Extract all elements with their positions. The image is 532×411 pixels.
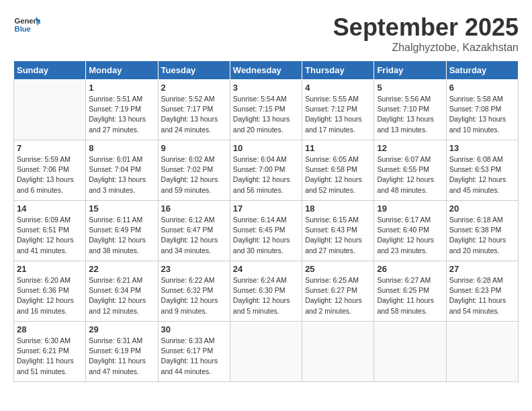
day-info: Sunrise: 6:30 AMSunset: 6:21 PMDaylight:…: [17, 336, 83, 377]
calendar-cell: 18Sunrise: 6:15 AMSunset: 6:43 PMDayligh…: [302, 201, 374, 261]
day-number: 15: [89, 203, 154, 214]
day-number: 16: [161, 203, 227, 214]
day-info: Sunrise: 5:56 AMSunset: 7:10 PMDaylight:…: [377, 94, 443, 135]
weekday-header-monday: Monday: [86, 61, 158, 80]
calendar-cell: [230, 322, 302, 382]
day-number: 14: [17, 203, 83, 214]
calendar-cell: 25Sunrise: 6:25 AMSunset: 6:27 PMDayligh…: [302, 261, 374, 322]
day-number: 17: [233, 203, 299, 214]
day-number: 23: [161, 264, 227, 274]
calendar-cell: 8Sunrise: 6:01 AMSunset: 7:04 PMDaylight…: [86, 140, 158, 201]
logo-icon: General Blue: [13, 13, 40, 37]
calendar-cell: 11Sunrise: 6:05 AMSunset: 6:58 PMDayligh…: [302, 140, 374, 201]
weekday-header-saturday: Saturday: [446, 61, 518, 80]
calendar-cell: 27Sunrise: 6:28 AMSunset: 6:23 PMDayligh…: [446, 261, 518, 322]
day-info: Sunrise: 6:02 AMSunset: 7:02 PMDaylight:…: [161, 154, 227, 195]
day-info: Sunrise: 6:17 AMSunset: 6:40 PMDaylight:…: [377, 215, 443, 256]
day-info: Sunrise: 6:07 AMSunset: 6:55 PMDaylight:…: [377, 154, 443, 195]
calendar-cell: 4Sunrise: 5:55 AMSunset: 7:12 PMDaylight…: [302, 80, 374, 140]
week-row-5: 28Sunrise: 6:30 AMSunset: 6:21 PMDayligh…: [14, 322, 519, 382]
calendar-cell: 23Sunrise: 6:22 AMSunset: 6:32 PMDayligh…: [158, 261, 230, 322]
day-info: Sunrise: 6:04 AMSunset: 7:00 PMDaylight:…: [233, 154, 299, 195]
location-title: Zhalghyztobe, Kazakhstan: [333, 42, 519, 54]
month-title: September 2025: [333, 13, 519, 42]
calendar-cell: 24Sunrise: 6:24 AMSunset: 6:30 PMDayligh…: [230, 261, 302, 322]
svg-text:Blue: Blue: [15, 25, 31, 33]
calendar-cell: 15Sunrise: 6:11 AMSunset: 6:49 PMDayligh…: [86, 201, 158, 261]
day-info: Sunrise: 5:58 AMSunset: 7:08 PMDaylight:…: [449, 94, 515, 135]
day-info: Sunrise: 5:55 AMSunset: 7:12 PMDaylight:…: [305, 94, 371, 135]
title-block: September 2025 Zhalghyztobe, Kazakhstan: [333, 13, 519, 54]
day-info: Sunrise: 6:18 AMSunset: 6:38 PMDaylight:…: [449, 215, 515, 256]
day-info: Sunrise: 5:54 AMSunset: 7:15 PMDaylight:…: [233, 94, 299, 135]
calendar-cell: 14Sunrise: 6:09 AMSunset: 6:51 PMDayligh…: [14, 201, 86, 261]
calendar-cell: 2Sunrise: 5:52 AMSunset: 7:17 PMDaylight…: [158, 80, 230, 140]
calendar-cell: 12Sunrise: 6:07 AMSunset: 6:55 PMDayligh…: [374, 140, 446, 201]
day-info: Sunrise: 6:14 AMSunset: 6:45 PMDaylight:…: [233, 215, 299, 256]
day-number: 9: [161, 143, 227, 153]
day-number: 10: [233, 143, 299, 153]
day-number: 5: [377, 83, 443, 93]
day-number: 22: [89, 264, 154, 274]
calendar-cell: 13Sunrise: 6:08 AMSunset: 6:53 PMDayligh…: [446, 140, 518, 201]
calendar-cell: 21Sunrise: 6:20 AMSunset: 6:36 PMDayligh…: [14, 261, 86, 322]
day-number: 30: [161, 324, 227, 334]
day-number: 8: [89, 143, 154, 153]
day-info: Sunrise: 5:51 AMSunset: 7:19 PMDaylight:…: [89, 94, 154, 135]
day-number: 7: [17, 143, 83, 153]
day-number: 20: [449, 203, 515, 214]
day-info: Sunrise: 6:08 AMSunset: 6:53 PMDaylight:…: [449, 154, 515, 195]
weekday-header-thursday: Thursday: [302, 61, 374, 80]
day-info: Sunrise: 6:15 AMSunset: 6:43 PMDaylight:…: [305, 215, 371, 256]
calendar-cell: [14, 80, 86, 140]
calendar-cell: 22Sunrise: 6:21 AMSunset: 6:34 PMDayligh…: [86, 261, 158, 322]
calendar-cell: 1Sunrise: 5:51 AMSunset: 7:19 PMDaylight…: [86, 80, 158, 140]
day-info: Sunrise: 6:09 AMSunset: 6:51 PMDaylight:…: [17, 215, 83, 256]
day-number: 4: [305, 83, 371, 93]
day-number: 13: [449, 143, 515, 153]
day-number: 6: [449, 83, 515, 93]
calendar-cell: 17Sunrise: 6:14 AMSunset: 6:45 PMDayligh…: [230, 201, 302, 261]
calendar-cell: 26Sunrise: 6:27 AMSunset: 6:25 PMDayligh…: [374, 261, 446, 322]
logo: General Blue: [13, 13, 43, 37]
page-header: General Blue September 2025 Zhalghyztobe…: [13, 13, 519, 54]
day-info: Sunrise: 6:24 AMSunset: 6:30 PMDaylight:…: [233, 275, 299, 316]
day-number: 19: [377, 203, 443, 214]
day-number: 1: [89, 83, 154, 93]
day-info: Sunrise: 6:12 AMSunset: 6:47 PMDaylight:…: [161, 215, 227, 256]
calendar-cell: 3Sunrise: 5:54 AMSunset: 7:15 PMDaylight…: [230, 80, 302, 140]
calendar-cell: 5Sunrise: 5:56 AMSunset: 7:10 PMDaylight…: [374, 80, 446, 140]
week-row-2: 7Sunrise: 5:59 AMSunset: 7:06 PMDaylight…: [14, 140, 519, 201]
week-row-1: 1Sunrise: 5:51 AMSunset: 7:19 PMDaylight…: [14, 80, 519, 140]
calendar-table: SundayMondayTuesdayWednesdayThursdayFrid…: [13, 60, 519, 382]
calendar-cell: 20Sunrise: 6:18 AMSunset: 6:38 PMDayligh…: [446, 201, 518, 261]
day-number: 12: [377, 143, 443, 153]
calendar-cell: 10Sunrise: 6:04 AMSunset: 7:00 PMDayligh…: [230, 140, 302, 201]
day-info: Sunrise: 5:59 AMSunset: 7:06 PMDaylight:…: [17, 154, 83, 195]
day-number: 24: [233, 264, 299, 274]
week-row-4: 21Sunrise: 6:20 AMSunset: 6:36 PMDayligh…: [14, 261, 519, 322]
weekday-header-wednesday: Wednesday: [230, 61, 302, 80]
day-info: Sunrise: 6:25 AMSunset: 6:27 PMDaylight:…: [305, 275, 371, 316]
calendar-cell: [302, 322, 374, 382]
weekday-header-row: SundayMondayTuesdayWednesdayThursdayFrid…: [14, 61, 519, 80]
week-row-3: 14Sunrise: 6:09 AMSunset: 6:51 PMDayligh…: [14, 201, 519, 261]
calendar-cell: 30Sunrise: 6:33 AMSunset: 6:17 PMDayligh…: [158, 322, 230, 382]
weekday-header-tuesday: Tuesday: [158, 61, 230, 80]
day-info: Sunrise: 6:01 AMSunset: 7:04 PMDaylight:…: [89, 154, 154, 195]
calendar-cell: 29Sunrise: 6:31 AMSunset: 6:19 PMDayligh…: [86, 322, 158, 382]
calendar-cell: 28Sunrise: 6:30 AMSunset: 6:21 PMDayligh…: [14, 322, 86, 382]
day-number: 28: [17, 324, 83, 334]
calendar-cell: [446, 322, 518, 382]
day-info: Sunrise: 6:22 AMSunset: 6:32 PMDaylight:…: [161, 275, 227, 316]
calendar-cell: 9Sunrise: 6:02 AMSunset: 7:02 PMDaylight…: [158, 140, 230, 201]
day-info: Sunrise: 6:21 AMSunset: 6:34 PMDaylight:…: [89, 275, 154, 316]
day-number: 18: [305, 203, 371, 214]
day-number: 21: [17, 264, 83, 274]
day-info: Sunrise: 6:20 AMSunset: 6:36 PMDaylight:…: [17, 275, 83, 316]
day-number: 3: [233, 83, 299, 93]
calendar-cell: 19Sunrise: 6:17 AMSunset: 6:40 PMDayligh…: [374, 201, 446, 261]
day-number: 26: [377, 264, 443, 274]
day-number: 2: [161, 83, 227, 93]
weekday-header-sunday: Sunday: [14, 61, 86, 80]
